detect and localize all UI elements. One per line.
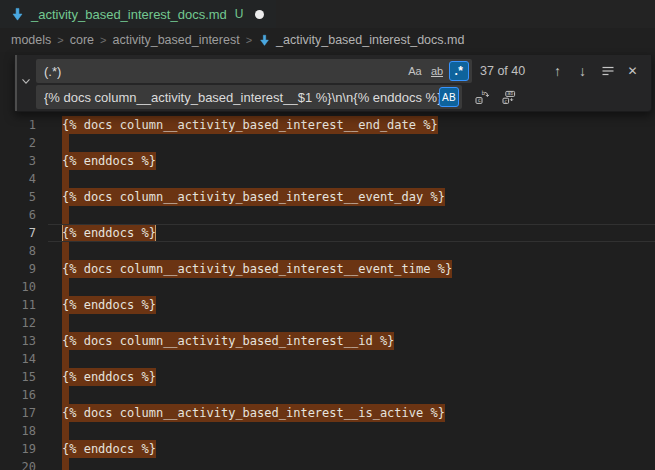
find-in-selection-button[interactable]: [597, 61, 618, 82]
find-match: [62, 170, 69, 188]
find-match: [62, 134, 69, 152]
breadcrumb-file[interactable]: _activity_based_interest_docs.md: [258, 33, 464, 47]
find-match: {% enddocs %}: [62, 296, 156, 314]
line-number: 1: [0, 116, 36, 134]
code-line[interactable]: 13 {% docs column__activity_based_intere…: [0, 332, 655, 350]
chevron-right-icon: >: [240, 34, 258, 46]
line-number: 13: [0, 332, 36, 350]
code-line[interactable]: 10: [0, 278, 655, 296]
find-match: [62, 278, 69, 296]
breadcrumb: models > core > activity_based_interest …: [0, 28, 655, 52]
line-number: 3: [0, 152, 36, 170]
code-line[interactable]: 18: [0, 422, 655, 440]
find-match: [62, 386, 69, 404]
code-line[interactable]: 16: [0, 386, 655, 404]
line-number: 10: [0, 278, 36, 296]
line-number: 9: [0, 260, 36, 278]
code-line[interactable]: 1 {% docs column__activity_based_interes…: [0, 116, 655, 134]
code-line[interactable]: 2: [0, 134, 655, 152]
line-number: 12: [0, 314, 36, 332]
find-match: {% docs column__activity_based_interest_…: [62, 260, 452, 278]
svg-text:c: c: [477, 97, 481, 103]
breadcrumb-activity-based-interest[interactable]: activity_based_interest: [113, 33, 240, 47]
code-line[interactable]: 3 {% enddocs %}: [0, 152, 655, 170]
replace-value: {% docs column__activity_based_interest_…: [44, 90, 439, 105]
current-find-match: {% enddocs %}: [62, 224, 156, 242]
code-line[interactable]: 20: [0, 458, 655, 470]
find-match: [62, 206, 69, 224]
line-number: 2: [0, 134, 36, 152]
code-line[interactable]: 5 {% docs column__activity_based_interes…: [0, 188, 655, 206]
code-line[interactable]: 9 {% docs column__activity_based_interes…: [0, 260, 655, 278]
code-line-current[interactable]: 7 {% enddocs %}: [0, 224, 655, 242]
replace-all-button[interactable]: abc: [498, 87, 519, 108]
breadcrumb-core[interactable]: core: [70, 33, 94, 47]
line-number: 5: [0, 188, 36, 206]
find-match: [62, 242, 69, 260]
find-match: [62, 314, 69, 332]
editor: (.*) Aa ab .* 37 of 40 ↑ ↓: [0, 52, 655, 470]
line-number: 17: [0, 404, 36, 422]
code-line[interactable]: 6: [0, 206, 655, 224]
match-count: 37 of 40: [480, 64, 525, 78]
code-line[interactable]: 19 {% enddocs %}: [0, 440, 655, 458]
line-number: 6: [0, 206, 36, 224]
find-match: {% docs column__activity_based_interest_…: [62, 188, 445, 206]
replace-button[interactable]: cb: [471, 87, 492, 108]
code-line[interactable]: 14: [0, 350, 655, 368]
find-query: (.*): [44, 64, 405, 79]
regex-button[interactable]: .*: [449, 61, 469, 81]
replace-row: {% docs column__activity_based_interest_…: [36, 85, 643, 109]
line-number: 19: [0, 440, 36, 458]
previous-match-button[interactable]: ↑: [547, 61, 568, 82]
code-line[interactable]: 11 {% enddocs %}: [0, 296, 655, 314]
vscode-window: _activity_based_interest_docs.md U model…: [0, 0, 655, 470]
findwidget-resize-sash[interactable]: [15, 55, 17, 111]
line-number: 16: [0, 386, 36, 404]
chevron-right-icon: >: [51, 34, 69, 46]
find-match: {% enddocs %}: [62, 152, 156, 170]
find-match: [62, 422, 69, 440]
match-case-button[interactable]: Aa: [405, 61, 425, 81]
preserve-case-button[interactable]: AB: [439, 87, 459, 107]
find-match: {% docs column__activity_based_interest_…: [62, 404, 445, 422]
line-number: 8: [0, 242, 36, 260]
replace-input[interactable]: {% docs column__activity_based_interest_…: [36, 85, 462, 109]
markdown-file-icon: [258, 34, 271, 47]
code-area: 1 {% docs column__activity_based_interes…: [0, 116, 655, 470]
find-match: {% docs column__activity_based_interest_…: [62, 116, 438, 134]
markdown-file-icon: [10, 7, 25, 22]
find-replace-widget: (.*) Aa ab .* 37 of 40 ↑ ↓: [14, 55, 652, 112]
chevron-right-icon: >: [94, 34, 112, 46]
line-number: 4: [0, 170, 36, 188]
tab-activity-docs[interactable]: _activity_based_interest_docs.md U: [0, 0, 276, 28]
find-match: {% enddocs %}: [62, 368, 156, 386]
line-number: 18: [0, 422, 36, 440]
code-line[interactable]: 12: [0, 314, 655, 332]
find-match: {% enddocs %}: [62, 440, 156, 458]
code-line[interactable]: 17 {% docs column__activity_based_intere…: [0, 404, 655, 422]
tab-bar: _activity_based_interest_docs.md U: [0, 0, 655, 28]
whole-word-button[interactable]: ab: [427, 61, 447, 81]
line-number: 11: [0, 296, 36, 314]
code-line[interactable]: 4: [0, 170, 655, 188]
find-input[interactable]: (.*) Aa ab .*: [36, 59, 472, 83]
code-line[interactable]: 8: [0, 242, 655, 260]
svg-text:b: b: [481, 90, 485, 96]
breadcrumb-filename: _activity_based_interest_docs.md: [276, 33, 464, 47]
line-number: 20: [0, 458, 36, 470]
code-line[interactable]: 15 {% enddocs %}: [0, 368, 655, 386]
line-number: 7: [0, 224, 36, 242]
replace-icon: cb: [474, 89, 490, 105]
modified-dot[interactable]: [255, 10, 264, 19]
close-button[interactable]: ✕: [622, 61, 643, 82]
breadcrumb-models[interactable]: models: [11, 33, 51, 47]
find-match: {% docs column__activity_based_interest_…: [62, 332, 394, 350]
next-match-button[interactable]: ↓: [572, 61, 593, 82]
svg-text:c: c: [504, 98, 507, 104]
toggle-replace-button[interactable]: [15, 55, 36, 111]
line-number: 14: [0, 350, 36, 368]
tab-filename: _activity_based_interest_docs.md: [31, 7, 227, 22]
chevron-down-icon: [19, 74, 33, 92]
find-match: [62, 350, 69, 368]
